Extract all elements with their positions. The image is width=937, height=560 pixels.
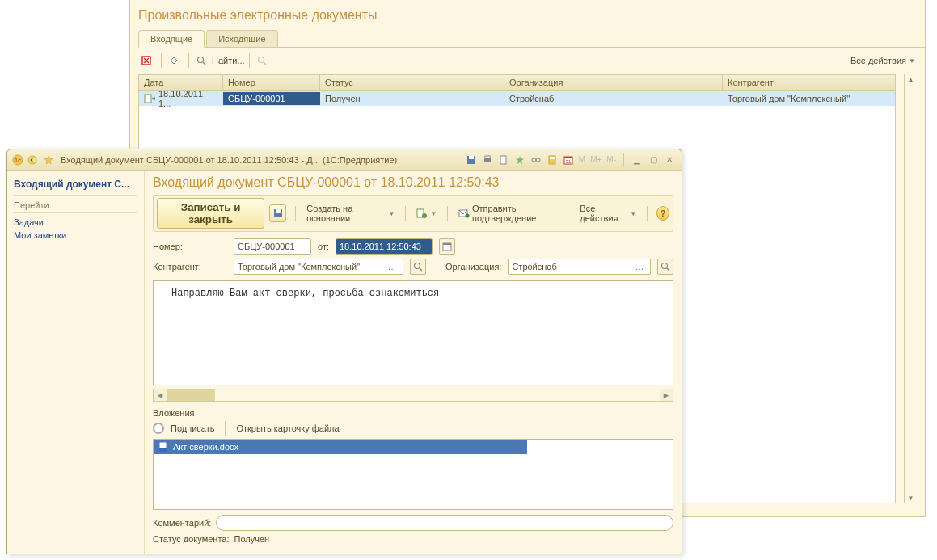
doc-icon[interactable] xyxy=(496,153,511,167)
svg-point-30 xyxy=(465,214,469,218)
attachments-label: Вложения xyxy=(153,408,673,418)
attachment-row[interactable]: Акт сверки.docx xyxy=(154,440,527,454)
svg-rect-7 xyxy=(145,95,151,103)
org-lookup-button[interactable] xyxy=(657,259,673,275)
all-actions-label: Все действия xyxy=(580,204,627,223)
svg-line-4 xyxy=(203,62,205,65)
org-label: Организация: xyxy=(445,262,501,272)
gear-doc-icon xyxy=(416,208,428,218)
actions-dropdown[interactable]: ▼ xyxy=(415,207,438,220)
svg-text:1c: 1c xyxy=(15,157,21,164)
calc-icon[interactable] xyxy=(545,153,559,167)
cell-number: СБЦУ-000001 xyxy=(223,92,320,105)
calendar-button[interactable] xyxy=(439,238,455,255)
print-icon[interactable] xyxy=(480,153,495,167)
magnifier-icon[interactable] xyxy=(193,53,209,69)
create-based-menu[interactable]: Создать на основании ▼ xyxy=(305,202,396,225)
svg-marker-11 xyxy=(44,156,53,164)
partner-lookup-button[interactable] xyxy=(410,259,426,275)
maximize-icon[interactable]: ▢ xyxy=(646,153,661,167)
all-actions-label: Все действия xyxy=(850,56,906,65)
all-actions-menu-doc[interactable]: Все действия ▼ xyxy=(578,202,638,225)
scroll-up-icon[interactable]: ▲ xyxy=(908,76,914,83)
sidebar-section-go: Перейти xyxy=(14,199,137,213)
doc-status-label: Статус документа: xyxy=(153,534,230,544)
svg-rect-32 xyxy=(443,243,451,245)
link-icon[interactable] xyxy=(529,153,543,167)
doc-title: Входящий документ СБЦУ-000001 от 18.10.2… xyxy=(153,175,673,190)
sign-button[interactable]: Подписать xyxy=(171,423,214,433)
save-button[interactable] xyxy=(269,204,286,222)
favorite-icon[interactable] xyxy=(41,153,56,167)
date-field[interactable]: 18.10.2011 12:50:43 xyxy=(336,238,433,255)
svg-point-5 xyxy=(258,57,264,63)
nav-back-icon[interactable] xyxy=(25,153,40,167)
filter-icon[interactable] xyxy=(254,53,270,69)
org-field[interactable]: Стройснаб … xyxy=(508,259,651,275)
svg-rect-21 xyxy=(550,157,555,159)
comment-field[interactable] xyxy=(216,515,673,531)
cell-org: Стройснаб xyxy=(504,92,723,105)
refresh-icon[interactable] xyxy=(166,53,182,69)
col-number[interactable]: Номер xyxy=(223,75,320,90)
save-close-button[interactable]: Записать и закрыть xyxy=(157,198,264,229)
scroll-left-icon[interactable]: ◄ xyxy=(154,390,167,400)
sidebar-link-notes[interactable]: Мои заметки xyxy=(14,229,137,242)
tab-incoming[interactable]: Входящие xyxy=(138,30,205,48)
memory-mplus[interactable]: M+ xyxy=(589,155,603,164)
attachment-filename: Акт сверки.docx xyxy=(173,442,238,452)
svg-rect-38 xyxy=(159,448,167,452)
document-window: 1c Входящий документ СБЦУ-000001 от 18.1… xyxy=(6,149,682,554)
svg-marker-17 xyxy=(516,156,524,164)
form-main: Входящий документ СБЦУ-000001 от 18.10.2… xyxy=(145,171,682,554)
table-row[interactable]: 18.10.2011 1... СБЦУ-000001 Получен Стро… xyxy=(139,91,895,106)
memory-mminus[interactable]: M- xyxy=(605,155,618,164)
col-status[interactable]: Статус xyxy=(320,75,504,90)
scroll-right-icon[interactable]: ► xyxy=(660,390,673,400)
open-card-button[interactable]: Открыть карточку файла xyxy=(236,423,339,433)
search-button[interactable]: Найти... xyxy=(212,56,245,65)
from-label: от: xyxy=(318,242,329,251)
svg-rect-13 xyxy=(469,156,474,159)
chevron-down-icon: ▼ xyxy=(630,210,636,217)
svg-rect-15 xyxy=(485,156,490,158)
delete-icon[interactable] xyxy=(138,53,154,69)
titlebar[interactable]: 1c Входящий документ СБЦУ-000001 от 18.1… xyxy=(7,149,682,171)
search-label: Найти... xyxy=(212,56,245,65)
calendar-icon[interactable]: 31 xyxy=(561,153,576,167)
memory-m[interactable]: M xyxy=(577,155,587,164)
ellipsis-icon[interactable]: … xyxy=(632,259,647,274)
send-confirm-button[interactable]: Отправить подтверждение xyxy=(457,202,568,225)
number-field[interactable]: СБЦУ-000001 xyxy=(234,238,311,255)
sidebar-link-tasks[interactable]: Задачи xyxy=(14,216,137,229)
save-icon[interactable] xyxy=(464,153,479,167)
star-icon[interactable] xyxy=(513,153,527,167)
close-icon[interactable]: ✕ xyxy=(662,153,677,167)
svg-rect-16 xyxy=(500,156,506,164)
tab-outgoing[interactable]: Исходящие xyxy=(206,30,277,47)
attachments-list[interactable]: Акт сверки.docx xyxy=(153,439,673,510)
partner-field[interactable]: Торговый дом "Комплексный" … xyxy=(234,259,403,275)
attachments-toolbar: Подписать Открыть карточку файла xyxy=(153,421,673,436)
tabs-container: Входящие Исходящие xyxy=(138,29,925,48)
body-text: Направляю Вам акт сверки, просьба ознако… xyxy=(171,288,439,299)
help-icon[interactable]: ? xyxy=(656,206,669,221)
cell-date: 18.10.2011 1... xyxy=(139,87,223,110)
horizontal-scrollbar[interactable]: ◄ ► xyxy=(153,389,673,402)
scroll-down-icon[interactable]: ▼ xyxy=(908,495,914,502)
minimize-icon[interactable]: ▁ xyxy=(630,153,644,167)
chevron-down-icon: ▼ xyxy=(909,57,915,65)
all-actions-menu[interactable]: Все действия ▼ xyxy=(849,54,917,67)
sidebar: Входящий документ С... Перейти Задачи Мо… xyxy=(7,171,145,554)
sign-status-icon xyxy=(153,423,164,434)
svg-point-10 xyxy=(28,156,36,164)
titlebar-text: Входящий документ СБЦУ-000001 от 18.10.2… xyxy=(61,155,459,165)
ellipsis-icon[interactable]: … xyxy=(385,259,399,274)
col-org[interactable]: Организация xyxy=(504,75,723,90)
vertical-scrollbar[interactable]: ▲ ▼ xyxy=(904,74,917,503)
body-textarea[interactable]: Направляю Вам акт сверки, просьба ознако… xyxy=(153,280,673,385)
col-partner[interactable]: Контрагент xyxy=(723,75,895,90)
number-label: Номер: xyxy=(153,242,227,251)
cell-partner: Торговый дом "Комплексный" xyxy=(723,92,895,105)
send-confirm-label: Отправить подтверждение xyxy=(472,204,567,223)
